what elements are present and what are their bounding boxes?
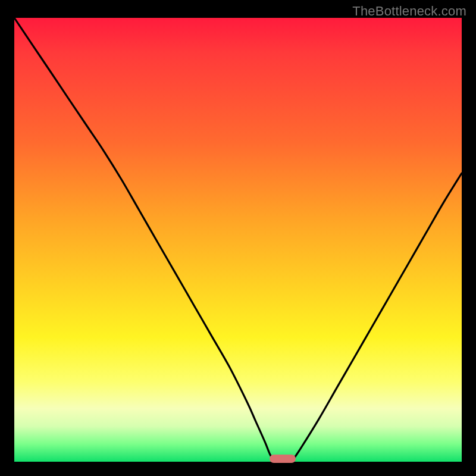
dip-marker (270, 455, 296, 463)
watermark-text: TheBottleneck.com (352, 4, 466, 19)
plot-area (14, 18, 462, 462)
chart-frame: TheBottleneck.com (0, 0, 476, 476)
left-curve (14, 18, 274, 462)
right-curve (292, 173, 462, 462)
curve-layer (14, 18, 462, 462)
